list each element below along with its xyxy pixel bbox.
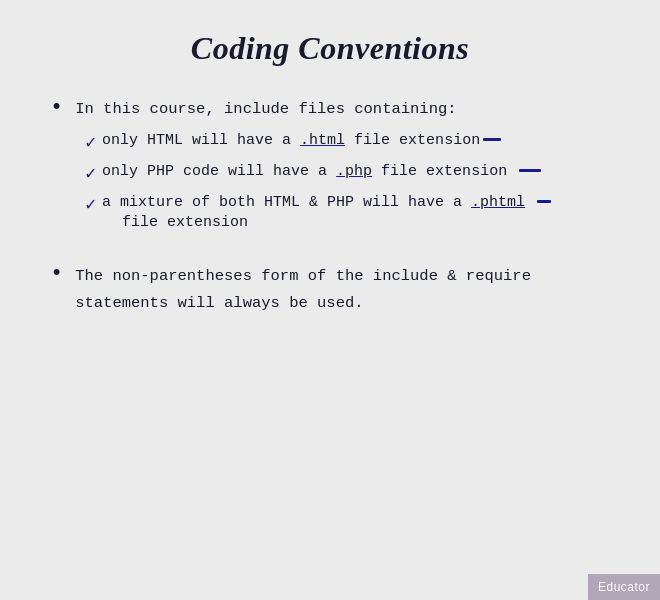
sub-item-2-text: only PHP code will have a .php file exte… (102, 161, 541, 184)
bullet-dot-1: • (50, 95, 63, 120)
educator-badge: Educator (588, 574, 660, 600)
checkmark-3: ✓ (85, 193, 96, 215)
content-area: • In this course, include files containi… (40, 97, 620, 316)
php-extension: .php (336, 163, 372, 180)
bullet-1: • In this course, include files containi… (50, 97, 620, 239)
page: Coding Conventions • In this course, inc… (0, 0, 660, 600)
phtml-extension: .phtml (471, 194, 525, 211)
checkmark-2: ✓ (85, 162, 96, 184)
sub-list: ✓ only HTML will have a .html file exten… (75, 130, 551, 232)
bullet-2-content: The non-parentheses form of the include … (75, 263, 620, 316)
dash-1 (483, 138, 501, 141)
sub-item-1: ✓ only HTML will have a .html file exten… (85, 130, 551, 153)
dash-3 (537, 200, 551, 203)
checkmark-1: ✓ (85, 131, 96, 153)
page-title: Coding Conventions (40, 30, 620, 67)
bullet-1-intro: In this course, include files containing… (75, 100, 456, 118)
bullet-dot-2: • (50, 261, 63, 286)
bullet-1-content: In this course, include files containing… (75, 97, 551, 239)
sub-item-3: ✓ a mixture of both HTML & PHP will have… (85, 192, 551, 232)
bullet-2-text: The non-parentheses form of the include … (75, 267, 531, 311)
sub-item-3-continuation: file extension (102, 214, 551, 231)
bullet-2: • The non-parentheses form of the includ… (50, 263, 620, 316)
sub-item-2: ✓ only PHP code will have a .php file ex… (85, 161, 551, 184)
sub-item-3-content: a mixture of both HTML & PHP will have a… (102, 192, 551, 232)
html-extension: .html (300, 132, 345, 149)
sub-item-1-text: only HTML will have a .html file extensi… (102, 130, 501, 153)
sub-item-3-text: a mixture of both HTML & PHP will have a… (102, 194, 551, 211)
dash-2 (519, 169, 541, 172)
